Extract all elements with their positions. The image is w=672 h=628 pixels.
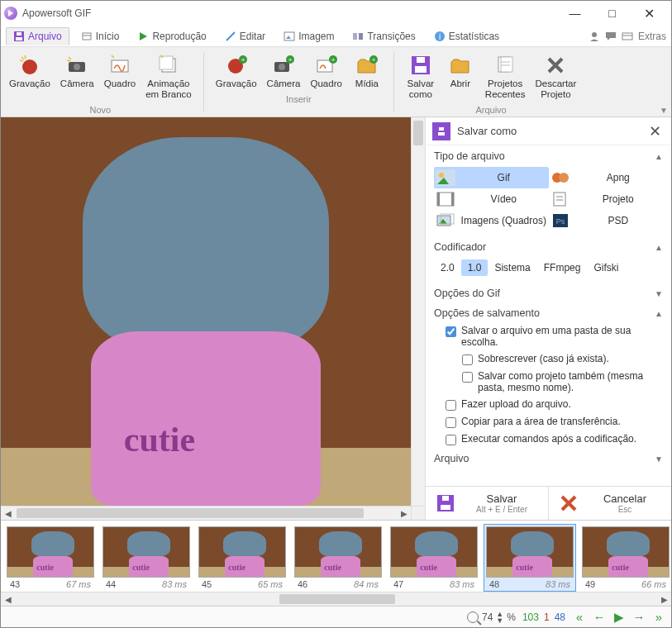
checkbox[interactable] [446,417,456,428]
encoder-sistema[interactable]: Sistema [488,259,536,276]
frame-thumbnail: cutie [294,526,382,578]
ribbon-collapse-icon[interactable]: ▼ [660,106,668,115]
zoom-stepper-icon[interactable]: ▲▼ [496,611,503,624]
opt-save-folder[interactable]: Salvar o arquivo em uma pasta de sua esc… [426,322,671,350]
tab-reproducao[interactable]: Reprodução [131,28,212,45]
abrir-button[interactable]: Abrir [441,50,480,103]
checkbox[interactable] [462,372,473,383]
encoder-ffmpeg[interactable]: FFmpeg [537,259,588,276]
tab-transicoes[interactable]: Transições [346,28,422,45]
insert-gravacao-button[interactable]: + Gravação [211,50,262,93]
filetype-gif[interactable]: Gif [434,167,549,188]
svg-point-13 [592,32,597,37]
frame-item[interactable]: cutie4783 ms [388,524,480,592]
frame-thumbnail: cutie [390,526,478,578]
checkbox[interactable] [462,354,473,365]
tab-estatisticas[interactable]: i Estatísticas [427,28,506,45]
checkbox[interactable] [446,326,456,337]
opt-clipboard[interactable]: Copiar para a área de transferência. [426,413,671,431]
filetype-psd[interactable]: Ps PSD [549,210,664,231]
checkbox[interactable] [446,400,456,411]
canvas-hscrollbar[interactable]: ◀ ▶ [1,506,411,520]
frame-duration: 83 ms [546,579,570,589]
insert-camera-button[interactable]: + Câmera [262,50,306,93]
chevron-up-icon: ▲ [655,243,663,252]
tab-arquivo[interactable]: Arquivo [6,27,69,45]
section-gif-options[interactable]: Opções do Gif▼ [426,283,671,302]
nav-last-button[interactable]: » [651,610,666,625]
section-file[interactable]: Arquivo▼ [426,448,671,468]
home-icon [81,31,93,42]
panel-body: Tipo de arquivo▲ Gif Apng Vídeo Projeto [426,145,671,486]
opt-upload[interactable]: Fazer upload do arquivo. [426,396,671,413]
insert-quadro-button[interactable]: + Quadro [306,50,347,93]
svg-rect-9 [353,33,357,40]
filetype-imagens[interactable]: Imagens (Quadros) [434,210,549,231]
close-button[interactable]: ✕ [631,1,668,26]
count-selected: 1 [544,611,550,623]
svg-marker-8 [286,36,291,39]
cancel-button[interactable]: CancelarEsc [549,487,671,520]
nav-prev-button[interactable]: ← [592,610,607,625]
tab-imagem[interactable]: Imagem [277,28,341,45]
minimize-button[interactable]: — [556,1,593,26]
nav-play-button[interactable]: ▶ [612,610,627,625]
section-save-options[interactable]: Opções de salvamento▲ [426,302,671,322]
filetype-projeto[interactable]: Projeto [549,188,664,210]
svg-rect-7 [284,32,294,40]
opt-save-project[interactable]: Salvar como projeto também (mesma pasta,… [426,368,671,396]
projetos-recentes-button[interactable]: Projetos Recentes [480,50,531,103]
frame-item[interactable]: cutie4483 ms [100,524,193,592]
svg-marker-5 [140,32,147,40]
section-encoder[interactable]: Codificador▲ [426,236,671,256]
maximize-button[interactable]: □ [593,1,631,26]
encoder-10[interactable]: 1.0 [461,259,489,276]
filetype-apng[interactable]: Apng [549,167,664,188]
encoder-20[interactable]: 2.0 [434,259,461,276]
frames-row: cutie4367 mscutie4483 mscutie4565 mscuti… [1,521,671,592]
save-icon [432,122,450,140]
new-camera-button[interactable]: Câmera [55,50,99,103]
extras-icon [622,31,633,42]
new-quadro-button[interactable]: Quadro [99,50,141,103]
frame-item[interactable]: cutie4367 ms [4,524,97,592]
frame-item[interactable]: cutie4684 ms [292,524,384,592]
app-logo-icon [4,7,17,20]
new-anim-branco-button[interactable]: Animação em Branco [141,50,197,103]
ribbon-group-label: Arquivo [475,103,506,115]
opt-overwrite[interactable]: Sobrescrever (caso já exista). [426,350,671,368]
descartar-projeto-button[interactable]: Descartar Projeto [530,50,581,103]
nav-first-button[interactable]: « [572,610,587,625]
tab-strip: Arquivo Início Reprodução Editar Imagem … [1,26,671,47]
preview-canvas[interactable]: cutie [1,117,411,506]
gif-icon [436,169,455,186]
frame-item[interactable]: cutie4966 ms [579,524,671,592]
filetype-video[interactable]: Vídeo [434,188,549,210]
salvar-como-button[interactable]: Salvar como [401,50,441,103]
section-file-type[interactable]: Tipo de arquivo▲ [426,145,671,165]
tab-editar[interactable]: Editar [218,28,272,45]
user-icon[interactable] [589,31,600,42]
comment-icon[interactable] [605,31,617,42]
extras-label[interactable]: Extras [638,31,666,42]
ribbon-divider [393,52,394,112]
zoom-control[interactable]: 74 ▲▼ % [467,611,516,624]
frame-number: 49 [585,579,595,589]
panel-close-button[interactable]: ✕ [645,122,665,140]
tab-inicio[interactable]: Início [74,28,126,45]
canvas-vscrollbar[interactable] [411,117,425,506]
frame-item[interactable]: cutie4565 ms [196,524,288,592]
frames-hscrollbar[interactable]: ◀ ▶ [1,592,671,606]
nav-next-button[interactable]: → [631,610,646,625]
checkbox[interactable] [446,435,456,445]
svg-rect-45 [439,127,444,131]
frame-item[interactable]: cutie4883 ms [484,524,576,592]
new-gravacao-button[interactable]: Gravação [4,50,55,103]
save-button[interactable]: SalvarAlt + E / Enter [426,487,549,520]
encoder-gifski[interactable]: Gifski [587,259,625,276]
frame-duration: 67 ms [66,579,91,589]
frame-number: 48 [489,579,499,589]
insert-midia-button[interactable]: + Mídia [347,50,387,93]
save-panel: Salvar como ✕ Tipo de arquivo▲ Gif Apng … [425,117,671,520]
opt-commands[interactable]: Executar comandos após a codificação. [426,431,671,448]
